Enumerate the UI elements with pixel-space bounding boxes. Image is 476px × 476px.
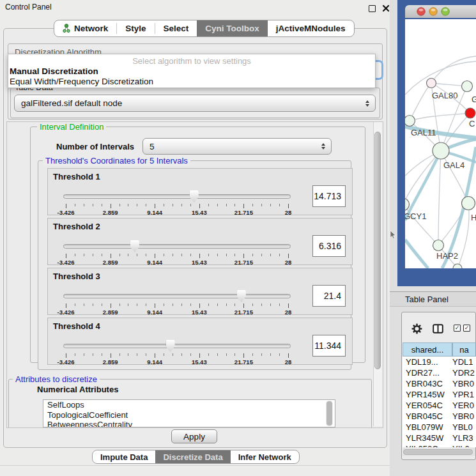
tick-mark (66, 353, 66, 358)
main-scrollbar-thumb[interactable] (374, 132, 381, 369)
slider-track[interactable] (63, 244, 291, 249)
tab-select[interactable]: Select (155, 20, 197, 36)
slider-thumb[interactable] (130, 240, 139, 252)
tick-label: -3.426 (58, 309, 75, 316)
network-node[interactable] (433, 240, 444, 251)
threshold-slider[interactable]: -3.4262.8599.14415.4321.71528 (61, 290, 293, 316)
attributes-scrollbar-thumb[interactable] (326, 401, 332, 426)
apply-button[interactable]: Apply (171, 429, 217, 443)
tick-label: 15.43 (192, 309, 207, 316)
threshold-2-box: Threshold 2-3.4262.8599.14415.4321.71528… (47, 218, 353, 265)
settings-gear-icon[interactable] (411, 323, 422, 334)
tick-mark (270, 254, 271, 256)
table-row[interactable]: YDR27...YDR2 (403, 367, 476, 378)
slider-thumb[interactable] (166, 340, 175, 352)
threshold-value-field[interactable]: 11.344 (312, 335, 346, 357)
tick-mark (155, 254, 155, 258)
tab-jactivemnodules[interactable]: jActiveMNodules (268, 20, 354, 36)
float-window-icon[interactable] (369, 5, 376, 12)
threshold-value-field[interactable]: 21.4 (312, 285, 346, 307)
tick-mark (208, 303, 209, 306)
table-column-header[interactable]: shared... (403, 342, 452, 357)
tab-label: Style (125, 24, 146, 33)
slider-thumb[interactable] (190, 190, 199, 203)
table-row[interactable]: YER054CYER0 (403, 400, 476, 411)
network-edge-highlighted[interactable] (405, 240, 428, 268)
table-row[interactable]: YBL079WYBL0 (403, 422, 476, 433)
threshold-value-field[interactable]: 14.713 (312, 185, 346, 207)
tick-mark (190, 254, 191, 256)
table-column-header[interactable]: na (452, 342, 476, 357)
network-edge[interactable] (410, 113, 470, 121)
tick-mark (146, 303, 146, 306)
tick-mark (279, 254, 280, 256)
tick-label: 15.43 (192, 259, 207, 266)
table-row[interactable]: YDL19...YDL1 (403, 357, 476, 367)
network-canvas[interactable]: GAL80GACGAL11GAL4GCY1HHAP2 (405, 19, 476, 268)
tick-label: 21.715 (234, 309, 253, 316)
number-of-intervals-label: Number of Intervals (56, 142, 134, 151)
attribute-item[interactable]: TopologicalCoefficient (43, 410, 335, 420)
attribute-item[interactable]: BetweennessCentrality (43, 420, 335, 427)
table-row[interactable]: YBR043CYBR0 (403, 378, 476, 389)
tick-mark (199, 204, 200, 208)
table-hscrollbar-thumb[interactable] (403, 449, 473, 455)
network-edge[interactable] (431, 56, 476, 83)
algorithm-option-1[interactable]: Manual Discretization (10, 66, 98, 76)
threshold-slider[interactable]: -3.4262.8599.14415.4321.71528 (61, 190, 293, 216)
network-node[interactable] (427, 79, 436, 88)
network-node[interactable] (405, 199, 410, 211)
tab-impute-data[interactable]: Impute Data (93, 450, 155, 463)
slider-track[interactable] (63, 194, 291, 199)
tick-mark (208, 353, 209, 356)
network-node[interactable] (465, 108, 475, 118)
threshold-value-field[interactable]: 6.316 (312, 235, 346, 257)
network-node[interactable] (405, 116, 415, 127)
table-cell: YBR045C (403, 411, 452, 421)
number-of-intervals-combo[interactable]: 5 (142, 138, 332, 155)
network-edge[interactable] (438, 151, 441, 245)
network-edge[interactable] (410, 83, 431, 121)
tick-mark (75, 254, 75, 256)
algorithm-option-2[interactable]: Equal Width/Frequency Discretization (10, 77, 153, 86)
threshold-slider[interactable]: -3.4262.8599.14415.4321.71528 (61, 340, 293, 365)
tab-discretize-data[interactable]: Discretize Data (155, 450, 230, 463)
network-node[interactable] (462, 81, 473, 92)
tab-network[interactable]: Network (54, 20, 116, 36)
tick-mark (226, 204, 227, 206)
attribute-item[interactable]: SelfLoops (43, 400, 335, 410)
threshold-slider[interactable]: -3.4262.8599.14415.4321.71528 (61, 240, 293, 266)
tick-mark (119, 353, 120, 356)
tab-style[interactable]: Style (117, 20, 154, 36)
tab-label: jActiveMNodules (276, 24, 346, 33)
algorithm-dropdown-popup: Select algorithm to view settings Manual… (8, 54, 376, 88)
network-node[interactable] (433, 142, 449, 159)
table-row[interactable]: YIL052CYIL0 (403, 443, 476, 447)
tab-cyni-toolbox[interactable]: Cyni Toolbox (197, 20, 268, 36)
tick-label: 21.715 (234, 259, 253, 266)
slider-track[interactable] (63, 294, 291, 298)
tick-label: 9.144 (147, 259, 162, 266)
algorithm-popup-placeholder: Select algorithm to view settings (8, 56, 375, 66)
bottom-tabbar: Impute DataDiscretize DataInfer Network (92, 450, 300, 464)
tick-label: 9.144 (147, 358, 162, 365)
table-data-combo[interactable]: galFiltered.sif default node (14, 95, 376, 112)
table-row[interactable]: YPR145WYPR1 (403, 389, 476, 400)
tick-mark (270, 303, 271, 306)
slider-track[interactable] (63, 344, 291, 348)
close-icon[interactable] (382, 4, 390, 12)
checkbox-icon[interactable]: ✓ (454, 325, 461, 332)
tick-mark (137, 353, 137, 356)
network-node[interactable] (462, 197, 475, 210)
table-rows: YDL19...YDL1YDR27...YDR2YBR043CYBR0YPR14… (403, 357, 476, 447)
column-layout-icon[interactable] (433, 324, 443, 334)
slider-ticks (61, 254, 293, 259)
table-cell: YBR043C (403, 379, 452, 388)
slider-thumb[interactable] (237, 290, 246, 302)
checkbox-icon[interactable]: ✓ (463, 325, 470, 332)
tick-mark (288, 254, 289, 258)
tab-infer-network[interactable]: Infer Network (231, 450, 299, 463)
table-row[interactable]: YBR045CYBR0 (403, 411, 476, 422)
network-window-titlebar[interactable] (405, 5, 476, 18)
table-row[interactable]: YLR345WYLR3 (403, 433, 476, 443)
